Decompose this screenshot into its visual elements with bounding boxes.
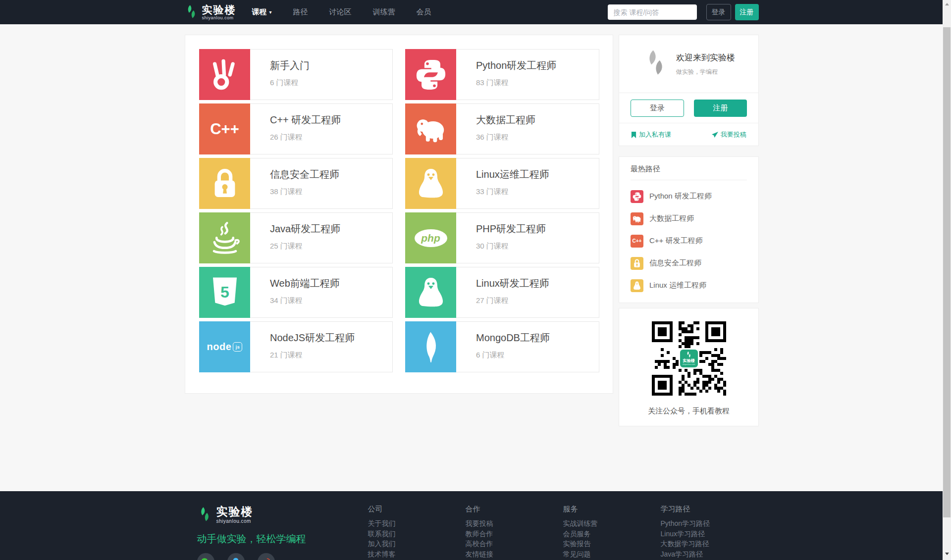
php-icon: php [415,229,447,247]
footer-link[interactable]: 联系我们 [368,529,466,539]
footer-link[interactable]: 大数据学习路径 [661,539,758,549]
path-count: 38 门课程 [270,187,392,197]
hot-path-item[interactable]: C++ C++ 研发工程师 [631,230,747,252]
footer-link[interactable]: 教师合作 [466,529,563,539]
footer-link[interactable]: Java学习路径 [661,549,758,560]
footer-link[interactable]: 我要投稿 [466,518,563,529]
path-count: 36 门课程 [476,133,599,142]
welcome-links: 加入私有课 我要投稿 [619,123,758,139]
hot-path-label: Python 研发工程师 [649,192,712,201]
footer-column-title: 学习路径 [661,505,758,514]
brand-domain: shiyanlou.com [202,16,236,20]
path-card[interactable]: Linux运维工程师 33 门课程 [405,158,599,209]
path-card[interactable]: C++ C++ 研发工程师 26 门课程 [199,103,393,154]
footer-brand-name: 实验楼 [216,506,254,517]
svg-text:5: 5 [220,283,229,301]
hot-path-item[interactable]: 大数据工程师 [631,207,747,230]
brand-name: 实验楼 [202,4,236,15]
path-count: 21 门课程 [270,351,392,360]
qr-badge-domain: shiyanlou.com [683,363,695,366]
sidebar-register-button[interactable]: 注册 [694,100,747,117]
path-card[interactable]: nodejs NodeJS研发工程师 21 门课程 [199,321,393,372]
submit-post-link[interactable]: 我要投稿 [712,130,746,139]
elephant-icon [414,112,448,147]
hot-path-label: 大数据工程师 [649,214,694,223]
register-button[interactable]: 注册 [735,4,759,20]
paths-grid: 新手入门 6 门课程 Python研发工程师 83 门课程 C++ C++ 研发… [185,35,613,372]
footer-column: 学习路径 Python学习路径Linux学习路径大数据学习路径Java学习路径P… [661,505,758,560]
qq-icon[interactable] [227,553,245,560]
weibo-icon[interactable] [258,553,275,560]
path-info: Linux运维工程师 33 门课程 [456,158,599,209]
qr-caption: 关注公众号，手机看教程 [619,407,758,416]
path-title: 大数据工程师 [476,113,599,126]
path-title: 新手入门 [270,59,392,72]
footer-link[interactable]: 加入我们 [368,539,466,549]
node-icon: nodejs [207,341,243,353]
path-icon-tile [405,158,456,209]
path-title: Python研发工程师 [476,59,599,72]
path-card[interactable]: 信息安全工程师 38 门课程 [199,158,393,209]
search-input[interactable] [608,4,697,20]
nav-link-bootcamp[interactable]: 训练营 [373,7,395,17]
nav-link-paths[interactable]: 路径 [293,7,308,17]
login-button[interactable]: 登录 [706,4,731,20]
footer-slogan: 动手做实验，轻松学编程 [197,532,368,546]
footer-column-title: 合作 [466,505,563,514]
cpp-icon: C++ [633,238,642,244]
path-card[interactable]: php PHP研发工程师 30 门课程 [405,212,599,263]
welcome-header: 欢迎来到实验楼 做实验，学编程 [619,35,758,93]
vertical-scrollbar [943,0,951,560]
path-info: Web前端工程师 34 门课程 [250,267,393,318]
lock-icon [632,258,642,268]
path-card[interactable]: 新手入门 6 门课程 [199,49,393,100]
scrollbar-up-arrow[interactable] [943,0,951,8]
path-title: PHP研发工程师 [476,222,599,235]
footer-link[interactable]: 高校合作 [466,539,563,549]
sidebar-login-button[interactable]: 登录 [631,100,684,117]
welcome-title: 欢迎来到实验楼 [676,52,735,63]
hot-path-item[interactable]: Linux 运维工程师 [631,274,747,297]
path-card[interactable]: 5 Web前端工程师 34 门课程 [199,267,393,318]
scrollbar-thumb[interactable] [943,27,951,517]
hot-path-item[interactable]: 信息安全工程师 [631,252,747,274]
footer-link[interactable]: 友情链接 [466,549,563,560]
shiyanlou-logo-mini-icon [686,351,692,358]
html5-icon: 5 [208,275,242,310]
nav-link-courses-label: 课程 [252,7,267,17]
scrollbar-down-arrow[interactable] [943,550,951,558]
penguin-icon [632,281,642,291]
private-course-link[interactable]: 加入私有课 [631,130,671,139]
path-card[interactable]: Python研发工程师 83 门课程 [405,49,599,100]
qr-code: 实验楼 shiyanlou.com [652,321,726,396]
path-count: 6 门课程 [476,351,599,360]
path-card[interactable]: 大数据工程师 36 门课程 [405,103,599,154]
path-info: Linux研发工程师 27 门课程 [456,267,599,318]
path-icon-tile: php [405,212,456,263]
path-card[interactable]: Java研发工程师 25 门课程 [199,212,393,263]
path-card[interactable]: MongoDB工程师 6 门课程 [405,321,599,372]
footer-link[interactable]: 会员服务 [563,529,661,539]
navbar: 实验楼 shiyanlou.com 课程 ▾ 路径 讨论区 训练营 会员 登录 … [0,0,943,24]
path-title: C++ 研发工程师 [270,113,392,126]
path-info: PHP研发工程师 30 门课程 [456,212,599,263]
nav-link-forum[interactable]: 讨论区 [329,7,352,17]
nav-link-membership[interactable]: 会员 [417,7,431,17]
footer-link[interactable]: 关于我们 [368,518,466,529]
nav-link-courses[interactable]: 课程 ▾ [252,7,272,17]
footer-link[interactable]: Python学习路径 [661,518,758,529]
path-icon-tile: 5 [199,267,250,318]
footer-link[interactable]: Linux学习路径 [661,529,758,539]
footer-link[interactable]: 实验报告 [563,539,661,549]
path-info: MongoDB工程师 6 门课程 [456,321,599,372]
shiyanlou-logo-icon [184,4,198,21]
qr-card: 实验楼 shiyanlou.com 关注公众号，手机看教程 [619,308,759,426]
wechat-icon[interactable] [197,553,214,560]
path-card[interactable]: Linux研发工程师 27 门课程 [405,267,599,318]
elephant-icon [632,214,642,224]
footer-link[interactable]: 常见问题 [563,549,661,560]
brand-logo[interactable]: 实验楼 shiyanlou.com [184,4,236,21]
hot-path-item[interactable]: Python 研发工程师 [631,185,747,207]
footer-link[interactable]: 技术博客 [368,549,466,560]
footer-link[interactable]: 实战训练营 [563,518,661,529]
